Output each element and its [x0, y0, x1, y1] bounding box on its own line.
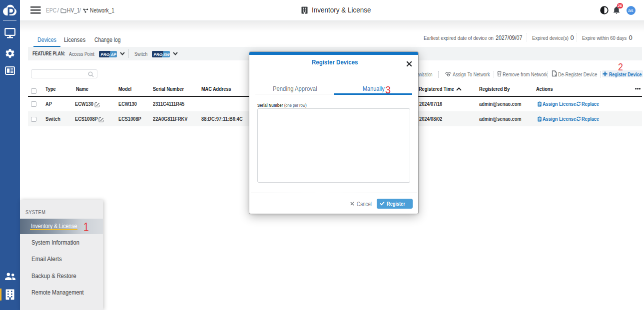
svg-text:PRO: PRO: [101, 52, 110, 56]
svg-text:AP: AP: [110, 52, 117, 56]
svg-text:PRO: PRO: [154, 52, 163, 56]
svg-text:SW: SW: [163, 52, 170, 56]
